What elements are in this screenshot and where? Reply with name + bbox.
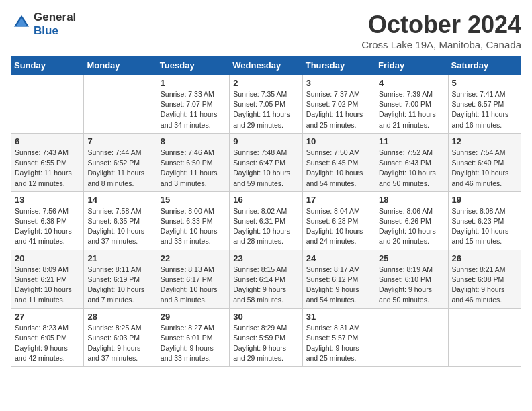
day-number: 21 [87, 253, 152, 263]
day-number: 31 [306, 312, 371, 322]
calendar-cell [375, 308, 448, 367]
day-number: 22 [161, 253, 226, 263]
day-info: Sunrise: 8:09 AM Sunset: 6:21 PM Dayligh… [15, 265, 80, 306]
calendar-week-2: 6Sunrise: 7:43 AM Sunset: 6:55 PM Daylig… [11, 133, 521, 191]
calendar-cell: 21Sunrise: 8:11 AM Sunset: 6:19 PM Dayli… [84, 250, 157, 308]
day-number: 2 [233, 78, 298, 88]
day-info: Sunrise: 8:31 AM Sunset: 5:57 PM Dayligh… [306, 323, 371, 364]
day-number: 29 [161, 312, 226, 322]
day-number: 11 [379, 136, 444, 146]
day-info: Sunrise: 7:44 AM Sunset: 6:52 PM Dayligh… [87, 148, 152, 189]
calendar-cell: 27Sunrise: 8:23 AM Sunset: 6:05 PM Dayli… [11, 308, 84, 367]
day-info: Sunrise: 7:37 AM Sunset: 7:02 PM Dayligh… [306, 89, 371, 130]
calendar-cell: 1Sunrise: 7:33 AM Sunset: 7:07 PM Daylig… [157, 75, 229, 134]
day-number: 8 [161, 136, 226, 146]
day-info: Sunrise: 8:23 AM Sunset: 6:05 PM Dayligh… [15, 323, 80, 364]
day-info: Sunrise: 7:39 AM Sunset: 7:00 PM Dayligh… [379, 89, 444, 130]
day-number: 30 [233, 312, 298, 322]
day-number: 16 [233, 195, 298, 205]
day-number: 15 [161, 195, 226, 205]
day-info: Sunrise: 7:35 AM Sunset: 7:05 PM Dayligh… [233, 89, 298, 130]
day-number: 28 [87, 312, 152, 322]
calendar-cell [448, 308, 521, 367]
day-info: Sunrise: 8:25 AM Sunset: 6:03 PM Dayligh… [87, 323, 152, 364]
day-number: 26 [452, 253, 517, 263]
day-number: 13 [15, 195, 80, 205]
day-number: 10 [306, 136, 371, 146]
day-number: 25 [379, 253, 444, 263]
logo-general: General [34, 11, 76, 24]
weekday-header-row: SundayMondayTuesdayWednesdayThursdayFrid… [11, 56, 521, 75]
calendar-cell: 17Sunrise: 8:04 AM Sunset: 6:28 PM Dayli… [302, 191, 375, 250]
day-info: Sunrise: 7:54 AM Sunset: 6:40 PM Dayligh… [452, 148, 517, 189]
day-number: 1 [161, 78, 226, 88]
calendar-cell: 28Sunrise: 8:25 AM Sunset: 6:03 PM Dayli… [84, 308, 157, 367]
calendar-cell: 12Sunrise: 7:54 AM Sunset: 6:40 PM Dayli… [448, 133, 521, 191]
day-number: 5 [452, 78, 517, 88]
calendar-week-4: 20Sunrise: 8:09 AM Sunset: 6:21 PM Dayli… [11, 250, 521, 308]
weekday-header-saturday: Saturday [448, 56, 521, 75]
day-number: 3 [306, 78, 371, 88]
day-info: Sunrise: 8:19 AM Sunset: 6:10 PM Dayligh… [379, 265, 444, 306]
day-number: 23 [233, 253, 298, 263]
calendar-cell: 11Sunrise: 7:52 AM Sunset: 6:43 PM Dayli… [375, 133, 448, 191]
day-number: 19 [452, 195, 517, 205]
weekday-header-sunday: Sunday [11, 56, 84, 75]
location: Cross Lake 19A, Manitoba, Canada [361, 39, 521, 50]
day-number: 18 [379, 195, 444, 205]
day-info: Sunrise: 8:13 AM Sunset: 6:17 PM Dayligh… [161, 265, 226, 306]
calendar-cell: 3Sunrise: 7:37 AM Sunset: 7:02 PM Daylig… [302, 75, 375, 134]
calendar-cell: 22Sunrise: 8:13 AM Sunset: 6:17 PM Dayli… [157, 250, 229, 308]
day-number: 24 [306, 253, 371, 263]
page-header: General Blue October 2024 Cross Lake 19A… [11, 11, 521, 50]
day-info: Sunrise: 8:02 AM Sunset: 6:31 PM Dayligh… [233, 206, 298, 247]
day-info: Sunrise: 8:11 AM Sunset: 6:19 PM Dayligh… [87, 265, 152, 306]
calendar-cell: 18Sunrise: 8:06 AM Sunset: 6:26 PM Dayli… [375, 191, 448, 250]
day-info: Sunrise: 7:50 AM Sunset: 6:45 PM Dayligh… [306, 148, 371, 189]
day-info: Sunrise: 8:04 AM Sunset: 6:28 PM Dayligh… [306, 206, 371, 247]
calendar-cell: 6Sunrise: 7:43 AM Sunset: 6:55 PM Daylig… [11, 133, 84, 191]
day-info: Sunrise: 7:48 AM Sunset: 6:47 PM Dayligh… [233, 148, 298, 189]
calendar-cell: 15Sunrise: 8:00 AM Sunset: 6:33 PM Dayli… [157, 191, 229, 250]
day-info: Sunrise: 7:52 AM Sunset: 6:43 PM Dayligh… [379, 148, 444, 189]
day-number: 17 [306, 195, 371, 205]
weekday-header-friday: Friday [375, 56, 448, 75]
calendar-cell: 25Sunrise: 8:19 AM Sunset: 6:10 PM Dayli… [375, 250, 448, 308]
calendar-cell: 29Sunrise: 8:27 AM Sunset: 6:01 PM Dayli… [157, 308, 229, 367]
calendar-cell: 9Sunrise: 7:48 AM Sunset: 6:47 PM Daylig… [230, 133, 302, 191]
day-number: 12 [452, 136, 517, 146]
weekday-header-tuesday: Tuesday [157, 56, 229, 75]
calendar-cell: 13Sunrise: 7:56 AM Sunset: 6:38 PM Dayli… [11, 191, 84, 250]
day-info: Sunrise: 8:08 AM Sunset: 6:23 PM Dayligh… [452, 206, 517, 247]
title-block: October 2024 Cross Lake 19A, Manitoba, C… [361, 11, 521, 50]
calendar-cell: 16Sunrise: 8:02 AM Sunset: 6:31 PM Dayli… [230, 191, 302, 250]
month-title: October 2024 [361, 11, 521, 39]
calendar-cell [84, 75, 157, 134]
day-info: Sunrise: 7:33 AM Sunset: 7:07 PM Dayligh… [161, 89, 226, 130]
day-info: Sunrise: 7:41 AM Sunset: 6:57 PM Dayligh… [452, 89, 517, 130]
logo: General Blue [11, 11, 76, 38]
day-number: 20 [15, 253, 80, 263]
calendar-cell: 24Sunrise: 8:17 AM Sunset: 6:12 PM Dayli… [302, 250, 375, 308]
day-number: 6 [15, 136, 80, 146]
day-number: 7 [87, 136, 152, 146]
weekday-header-monday: Monday [84, 56, 157, 75]
calendar-cell: 26Sunrise: 8:21 AM Sunset: 6:08 PM Dayli… [448, 250, 521, 308]
calendar-cell: 8Sunrise: 7:46 AM Sunset: 6:50 PM Daylig… [157, 133, 229, 191]
day-number: 4 [379, 78, 444, 88]
calendar-cell: 10Sunrise: 7:50 AM Sunset: 6:45 PM Dayli… [302, 133, 375, 191]
day-info: Sunrise: 8:17 AM Sunset: 6:12 PM Dayligh… [306, 265, 371, 306]
calendar-cell [11, 75, 84, 134]
day-info: Sunrise: 7:46 AM Sunset: 6:50 PM Dayligh… [161, 148, 226, 189]
calendar-cell: 23Sunrise: 8:15 AM Sunset: 6:14 PM Dayli… [230, 250, 302, 308]
calendar-cell: 2Sunrise: 7:35 AM Sunset: 7:05 PM Daylig… [230, 75, 302, 134]
calendar-week-3: 13Sunrise: 7:56 AM Sunset: 6:38 PM Dayli… [11, 191, 521, 250]
calendar-cell: 30Sunrise: 8:29 AM Sunset: 5:59 PM Dayli… [230, 308, 302, 367]
day-number: 14 [87, 195, 152, 205]
day-number: 27 [15, 312, 80, 322]
weekday-header-thursday: Thursday [302, 56, 375, 75]
logo-blue: Blue [34, 24, 76, 38]
day-info: Sunrise: 8:00 AM Sunset: 6:33 PM Dayligh… [161, 206, 226, 247]
day-info: Sunrise: 7:43 AM Sunset: 6:55 PM Dayligh… [15, 148, 80, 189]
day-info: Sunrise: 7:56 AM Sunset: 6:38 PM Dayligh… [15, 206, 80, 247]
